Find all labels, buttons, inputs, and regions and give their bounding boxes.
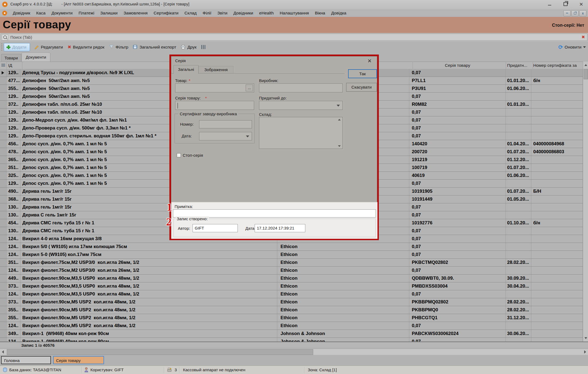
cell-marker xyxy=(0,282,7,290)
toolbar-grip[interactable] xyxy=(1,43,3,51)
print-button[interactable]: Друк xyxy=(181,45,196,50)
chevron-down-icon[interactable] xyxy=(337,105,340,107)
author-field[interactable]: GIFT xyxy=(193,224,238,232)
dialog-tab-zahalni[interactable]: Загальні xyxy=(173,65,199,74)
scroll-left-icon[interactable] xyxy=(2,350,4,354)
menu-item-11[interactable]: Довідники xyxy=(230,11,256,15)
scroll-up-icon[interactable] xyxy=(584,64,587,66)
menu-item-2[interactable]: Каса xyxy=(33,11,48,15)
menu-item-13[interactable]: Налаштування xyxy=(277,11,312,15)
cell-valid: 01.07.20... xyxy=(506,148,531,156)
scroll-right-icon[interactable] xyxy=(584,350,586,354)
table-row[interactable]: 124..Викрил фиолет.90см,М3,5 USP0 кол.иг… xyxy=(0,290,583,298)
cell-name: Викрил фиолет.90см,М5 USP2 кол.игла 48мм… xyxy=(20,306,277,314)
dialog-tab-zobrazhennya[interactable]: Зображення xyxy=(199,66,233,74)
close-icon[interactable]: ✕ xyxy=(577,1,585,8)
table-row[interactable]: 349..Викрил-1 (W9468) 40мм кол-реж 90смJ… xyxy=(0,330,583,338)
vertical-scroll-thumb[interactable] xyxy=(584,69,588,79)
table-row[interactable]: 355..Викрил фиолет.90см,М5 USP2 кол.игла… xyxy=(0,314,583,322)
header-valid-until[interactable]: Придатн... xyxy=(506,62,533,69)
clear-search-icon[interactable]: ✖ xyxy=(580,34,586,40)
cell-series: 0,07 xyxy=(409,338,506,342)
scroll-up-icon[interactable] xyxy=(338,119,341,120)
cell-marker xyxy=(0,322,7,330)
tab-dokumenty[interactable]: Документи xyxy=(22,53,50,62)
menu-item-1[interactable]: Довідник xyxy=(10,11,33,15)
scroll-down-icon[interactable] xyxy=(584,337,587,339)
tab-seriya-tovaru[interactable]: Серія товару xyxy=(53,356,104,364)
chevron-down-icon[interactable] xyxy=(583,46,586,48)
cancel-button[interactable]: Скасувати xyxy=(346,83,377,92)
horizontal-scroll-thumb[interactable] xyxy=(7,349,313,355)
restore-icon[interactable] xyxy=(561,1,569,8)
edit-button[interactable]: Редагувати xyxy=(35,45,63,50)
series-field[interactable] xyxy=(175,101,254,110)
horizontal-scrollbar[interactable] xyxy=(0,349,588,355)
stop-series-checkbox[interactable] xyxy=(177,153,181,157)
menu-item-10[interactable]: Звіти xyxy=(214,11,230,15)
table-row[interactable]: 124..Викрил 5-0 (W9105) кол.17мм 75смEth… xyxy=(0,251,583,259)
table-row[interactable]: 124..Викрил фиолет.75см,М2 USP3/0 кол.иг… xyxy=(0,267,583,275)
ok-button[interactable]: Так xyxy=(348,69,377,78)
cell-marker xyxy=(0,235,7,243)
cert-date-combo[interactable] xyxy=(199,132,252,140)
menu-item-15[interactable]: Довідка xyxy=(328,11,349,15)
columns-button[interactable] xyxy=(201,45,206,49)
database-status: База даних: TASA3@TITAN xyxy=(9,367,61,372)
grid-menu-icon[interactable] xyxy=(1,64,5,67)
cell-marker xyxy=(0,180,7,187)
stock-textarea[interactable] xyxy=(259,117,343,149)
created-date-field[interactable]: 17.12.2024 17:39:21 xyxy=(255,224,305,232)
cert-number-field[interactable] xyxy=(199,120,252,128)
chevron-down-icon[interactable] xyxy=(246,135,249,137)
add-button[interactable]: Додати xyxy=(4,43,30,51)
menu-item-9[interactable]: Філії xyxy=(200,11,214,15)
cell-series: P3U91 xyxy=(409,85,506,92)
table-row[interactable]: 124..Викрил 5/0 ( W9105) игла 17мм колющ… xyxy=(0,243,583,251)
manufacturer-field[interactable] xyxy=(259,83,343,92)
header-certificate[interactable]: Номер сертифіката за xyxy=(531,62,585,69)
product-field[interactable]: ... xyxy=(175,83,254,92)
filter-button[interactable]: Фільтр xyxy=(109,45,128,50)
header-series[interactable]: Серія товару xyxy=(409,62,506,69)
menu-item-8[interactable]: Склад xyxy=(181,11,200,15)
table-row[interactable]: 351..Викрил фиолет.75см,М2 USP3/0 кол.иг… xyxy=(0,259,583,267)
menu-item-6[interactable]: Замовлення xyxy=(121,11,151,15)
minimize-icon[interactable] xyxy=(546,1,554,8)
menu-item-12[interactable]: eHealth xyxy=(256,11,277,15)
header-marker-cell[interactable] xyxy=(0,62,7,69)
header-id[interactable]: ІД xyxy=(7,62,22,69)
cell-valid xyxy=(506,69,531,77)
menu-item-5[interactable]: Залишки xyxy=(97,11,121,15)
mdi-close-icon[interactable]: x xyxy=(579,10,586,16)
browse-button[interactable]: ... xyxy=(246,85,253,91)
cell-valid xyxy=(506,267,531,274)
menu-item-7[interactable]: Сертифікати xyxy=(151,11,181,15)
cell-cert xyxy=(531,322,583,330)
table-row[interactable]: 355..Викрил фиолет.90см,М5 USP2 кол.игла… xyxy=(0,306,583,314)
created-date-label: Дата: xyxy=(245,226,255,231)
tab-holovna[interactable]: Головна xyxy=(1,356,51,364)
refresh-button[interactable]: ⟳ Оновити xyxy=(558,41,586,53)
export-button[interactable]: Загальний експорт xyxy=(133,45,176,50)
delete-row-button[interactable]: ✖ Видалити рядок xyxy=(68,44,104,50)
vertical-scrollbar[interactable] xyxy=(583,62,588,342)
table-row[interactable]: 373..Викрил фиолет.90см,М5 USP2 кол.игла… xyxy=(0,298,583,306)
table-row[interactable]: 373..Викрил фиолет.90см,М3,5 USP0 кол.иг… xyxy=(0,282,583,290)
menu-item-4[interactable]: Платежі xyxy=(75,11,97,15)
table-row[interactable]: 124..Викрил-1 (W9468) 40мм кол-реж 90смJ… xyxy=(0,338,583,342)
valid-until-combo[interactable] xyxy=(259,101,343,110)
table-row[interactable]: 124..Викрил фиолет.90см,М5 USP2 кол.игла… xyxy=(0,322,583,330)
mdi-restore-icon[interactable] xyxy=(571,10,578,16)
database-icon xyxy=(3,367,7,372)
table-row[interactable]: 449..Викрил фиолет.90см,М3,5 USP0 кол.иг… xyxy=(0,275,583,282)
menu-item-14[interactable]: Вікна xyxy=(312,11,328,15)
cell-valid xyxy=(506,93,531,100)
menu-item-3[interactable]: Документи xyxy=(48,11,75,15)
mdi-minimize-icon[interactable] xyxy=(563,10,571,16)
tab-tovary[interactable]: Товари xyxy=(1,54,21,62)
dialog-close-icon[interactable]: ✕ xyxy=(366,58,373,65)
scroll-down-icon[interactable] xyxy=(338,145,341,147)
open-windows-tabs: Головна Серія товару xyxy=(0,355,588,366)
search-input[interactable]: Поиск (Tab) ✖ xyxy=(1,34,587,41)
